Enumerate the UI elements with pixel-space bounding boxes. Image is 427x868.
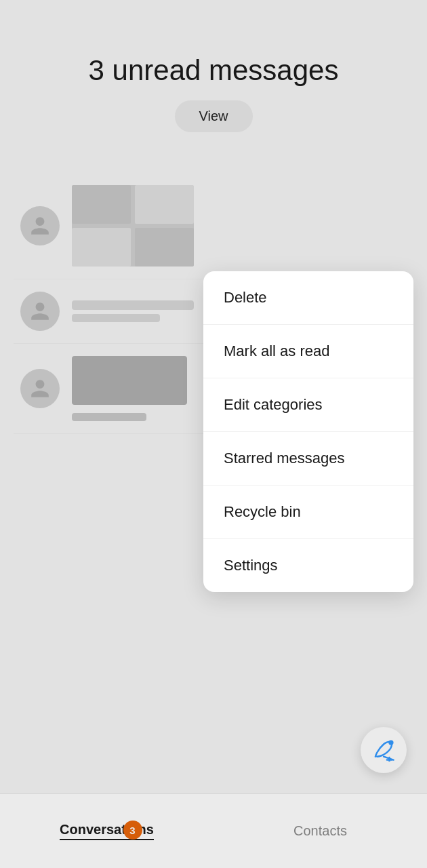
menu-item-settings[interactable]: Settings [203,539,413,592]
dropdown-menu: Delete Mark all as read Edit categories … [203,271,413,592]
menu-item-mark-all-read[interactable]: Mark all as read [203,325,413,378]
menu-item-starred-messages[interactable]: Starred messages [203,432,413,486]
menu-item-edit-categories[interactable]: Edit categories [203,378,413,432]
menu-item-recycle-bin[interactable]: Recycle bin [203,486,413,539]
menu-item-delete[interactable]: Delete [203,271,413,325]
